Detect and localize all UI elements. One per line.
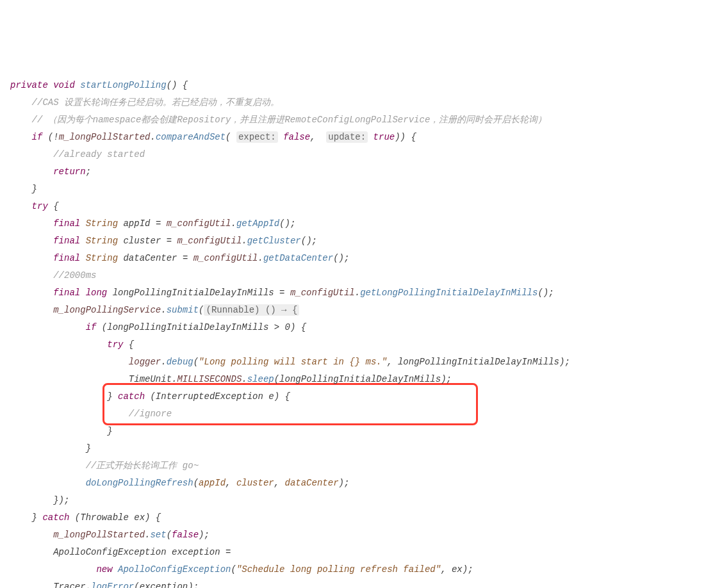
comment: // （因为每个namespace都会创建Repository，并且注册进Rem… [32, 115, 547, 125]
lambda-cast: (Runnable) () → { [204, 304, 299, 316]
keyword-return: return [53, 167, 85, 177]
method-call: doLongPollingRefresh [86, 478, 193, 488]
type: String [86, 218, 118, 229]
method-name: startLongPolling [80, 80, 166, 90]
method-call: compareAndSet [156, 132, 226, 142]
param-hint: update: [326, 131, 368, 143]
string-literal: "Long polling will start in {} ms." [199, 357, 387, 367]
code-block: private void startLongPolling() { //CAS … [10, 77, 696, 588]
string-literal: "Schedule long polling refresh failed" [236, 564, 441, 575]
keyword-if: if [32, 132, 43, 142]
keyword-private: private [10, 80, 48, 90]
comment: //CAS 设置长轮询任务已经启动。若已经启动，不重复启动。 [32, 97, 279, 108]
comment: //正式开始长轮询工作 go~ [86, 461, 199, 471]
comment: //2000ms [53, 270, 96, 281]
enum-const: MILLISECONDS [177, 374, 242, 384]
keyword-try: try [32, 201, 48, 211]
param-hint: expect: [236, 131, 278, 143]
var-decl: ApolloConfigException exception = [53, 547, 231, 557]
comment: //already started [53, 149, 145, 159]
keyword-void: void [53, 80, 75, 90]
field-ref: m_longPollStarted [59, 132, 151, 142]
logger-ref: logger [129, 357, 161, 367]
comment: //ignore [129, 409, 172, 419]
